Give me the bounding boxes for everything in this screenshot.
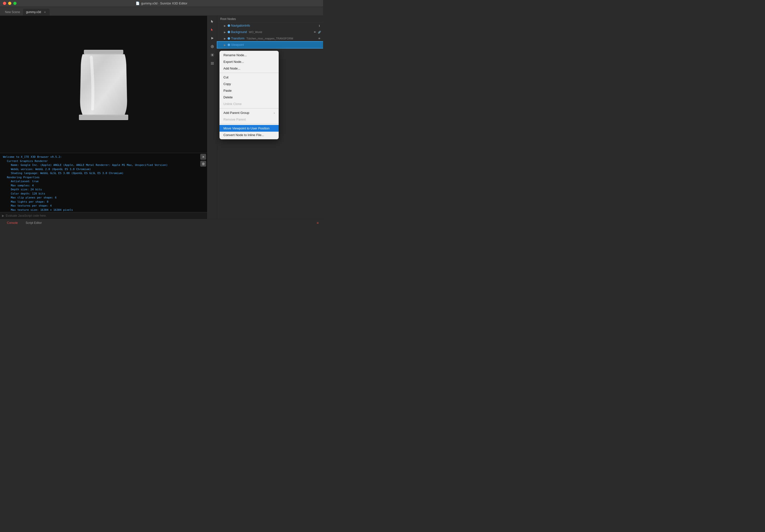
tree-item-transform[interactable]: ▶ Transform Tütchen_rissc_mappes_TRANSFO…: [217, 35, 323, 42]
console-line-10: Max clip planes per shape: 6: [3, 196, 204, 200]
console-line-4: Shading language: WebGL GLSL ES 3.00 (Op…: [3, 171, 204, 176]
context-menu: Rename Node... Export Node... Add Node..…: [220, 51, 279, 139]
js-input-bar: ▶ Evaluate JavaScript code here.: [0, 212, 207, 219]
tree-item-navigation-info[interactable]: ▶ NavigationInfo ℹ: [217, 22, 323, 29]
console-container: Welcome to X_ITE X3D Browser v9.5.2: Cur…: [0, 153, 207, 219]
light-icon[interactable]: [209, 51, 216, 59]
svg-line-20: [211, 56, 212, 56]
bottom-menu-icon[interactable]: ≡: [315, 221, 320, 225]
bottom-right: ≡: [315, 221, 323, 225]
tree-label-viewpoint: Viewpoint: [231, 43, 244, 47]
svg-line-17: [211, 54, 212, 54]
ctx-add-node[interactable]: Add Node...: [220, 65, 279, 72]
title-label: gummy.x3d · Sunrize X3D Editor: [141, 1, 188, 5]
scene-panel-header: Root Nodes: [217, 16, 323, 22]
svg-point-12: [212, 54, 213, 56]
tree-dot-transform: [228, 37, 230, 40]
console-output: Welcome to X_ITE X3D Browser v9.5.2: Cur…: [0, 153, 207, 212]
scene-panel-title: Root Nodes: [220, 17, 236, 21]
close-button[interactable]: [3, 2, 6, 5]
transform-eye-icon: 👁: [318, 37, 321, 40]
title-bar: 📄 gummy.x3d · Sunrize X3D Editor: [0, 0, 323, 7]
gummy-bag-svg: [76, 50, 131, 121]
ctx-separator-2: [220, 108, 279, 109]
console-side-buttons: ✕ 🗑: [199, 153, 207, 168]
console-line-8: Depth size: 24 bits: [3, 188, 204, 192]
console-line-3: WebGL version: WebGL 2.0 (OpenGL ES 3.0 …: [3, 167, 204, 172]
console-line-6: Antialiased: true: [3, 180, 204, 184]
tree-icons-nav: ℹ: [318, 24, 321, 27]
tree-sublabel-transform: Tütchen_rissc_mappes_TRANSFORM: [246, 37, 293, 40]
svg-marker-8: [211, 37, 214, 39]
tab-new-scene-label: New Scene: [5, 10, 20, 14]
tree-dot-viewpoint: [228, 44, 230, 46]
scene-panel: Root Nodes ▶ NavigationInfo ℹ ▶ Backgrou…: [217, 16, 323, 219]
ctx-add-parent-group[interactable]: Add Parent Group ›: [220, 110, 279, 116]
ctx-copy[interactable]: Copy: [220, 81, 279, 87]
viewport-region: Welcome to X_ITE X3D Browser v9.5.2: Cur…: [0, 16, 323, 219]
maximize-button[interactable]: [13, 2, 17, 5]
tab-bar: New Scene gummy.x3d ✕: [0, 7, 323, 16]
bottom-bar: Console Script Editor ≡: [0, 219, 323, 226]
ctx-remove-parent: Remove Parent: [220, 116, 279, 123]
main-layout: Welcome to X_ITE X3D Browser v9.5.2: Cur…: [0, 16, 323, 219]
ctx-delete[interactable]: Delete: [220, 94, 279, 101]
title-icon: 📄: [136, 1, 140, 5]
tree-item-background[interactable]: ▶ Background WO_World 👁 🔗: [217, 29, 323, 35]
console-clear-button[interactable]: ✕: [200, 154, 206, 160]
tree-icons-transform: 👁: [318, 37, 321, 40]
js-placeholder[interactable]: Evaluate JavaScript code here.: [6, 214, 47, 218]
tab-script-editor[interactable]: Script Editor: [22, 220, 46, 226]
ctx-separator-3: [220, 124, 279, 124]
ctx-export-node[interactable]: Export Node...: [220, 58, 279, 65]
ctx-separator-1: [220, 73, 279, 73]
tree-arrow-transform: ▶: [223, 37, 227, 40]
js-prompt-icon: ▶: [2, 214, 4, 218]
window-controls: [3, 2, 17, 5]
list-icon[interactable]: [209, 60, 216, 67]
tree-arrow-bg: ▶: [223, 30, 227, 34]
camera-icon[interactable]: [209, 43, 216, 50]
select-icon[interactable]: [209, 18, 216, 25]
viewport-column: Welcome to X_ITE X3D Browser v9.5.2: Cur…: [0, 16, 207, 219]
console-line-9: Color depth: 128 bits: [3, 192, 204, 196]
tab-close-icon[interactable]: ✕: [43, 10, 47, 14]
ctx-submenu-arrow: ›: [274, 111, 275, 114]
right-toolbar: [207, 16, 217, 219]
ctx-paste[interactable]: Paste: [220, 87, 279, 94]
console-line-2: Name: Google Inc. (Apple) ANGLE (Apple, …: [3, 163, 204, 167]
tree-sublabel-bg: WO_World: [249, 31, 262, 34]
tab-gummy[interactable]: gummy.x3d ✕: [23, 9, 49, 16]
window-title: 📄 gummy.x3d · Sunrize X3D Editor: [136, 1, 188, 5]
bottom-tabs: Console Script Editor: [0, 220, 46, 226]
nav-info-icon: ℹ: [318, 24, 321, 27]
console-line-0: Welcome to X_ITE X3D Browser v9.5.2:: [3, 155, 204, 159]
tree-item-viewpoint[interactable]: ▶ Viewpoint: [217, 42, 323, 48]
ctx-cut[interactable]: Cut: [220, 74, 279, 81]
svg-point-10: [212, 46, 213, 47]
tree-label-transform: Transform: [231, 37, 245, 40]
console-trash-button[interactable]: 🗑: [200, 161, 206, 167]
ctx-move-viewpoint[interactable]: Move Viewpoint to User Position: [220, 125, 279, 132]
tree-arrow-nav: ▶: [223, 24, 227, 27]
canvas-area: [0, 16, 207, 153]
tab-gummy-label: gummy.x3d: [26, 10, 41, 14]
tree-label-nav: NavigationInfo: [231, 24, 250, 27]
tree-icons-bg: 👁 🔗: [313, 30, 321, 34]
svg-line-18: [213, 56, 214, 56]
ctx-rename-node[interactable]: Rename Node...: [220, 52, 279, 58]
console-line-7: Max samples: 4: [3, 184, 204, 188]
console-line-12: Max textures per shape: 4: [3, 204, 204, 208]
console-line-11: Max lights per shape: 8: [3, 200, 204, 204]
minimize-button[interactable]: [8, 2, 11, 5]
tree-dot-nav: [228, 24, 230, 27]
cursor-icon[interactable]: [209, 26, 216, 34]
svg-line-19: [213, 54, 214, 54]
tab-new-scene[interactable]: New Scene: [2, 9, 23, 16]
tree-label-bg: Background: [231, 30, 247, 34]
tab-console[interactable]: Console: [3, 220, 22, 226]
console-line-1: Current Graphics Renderer: [3, 159, 204, 164]
console-line-5: Rendering Properties: [3, 176, 204, 180]
play-icon[interactable]: [209, 35, 216, 42]
ctx-convert-node[interactable]: Convert Node to Inline File...: [220, 132, 279, 138]
